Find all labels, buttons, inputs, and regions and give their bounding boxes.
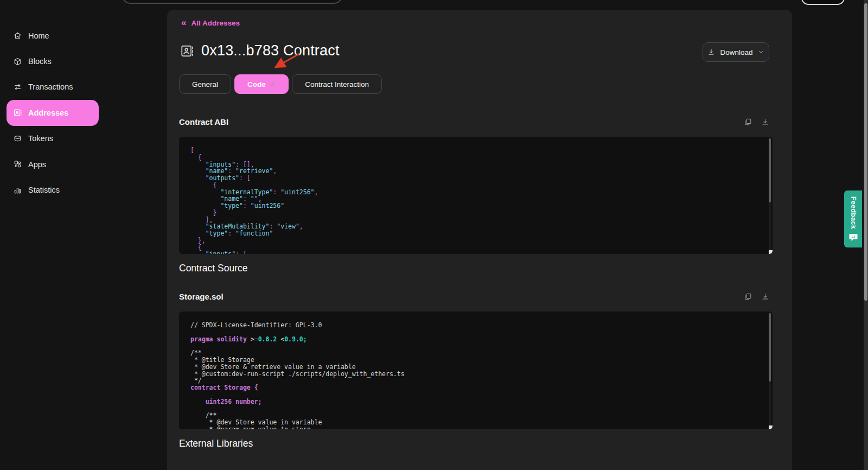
chevron-down-icon: [758, 49, 764, 55]
abi-code: [ { "inputs": [], "name": "retrieve", "o…: [179, 137, 773, 254]
sidebar-item-label: Statistics: [28, 186, 60, 194]
external-libraries-heading: External Libraries: [179, 438, 253, 449]
download-button[interactable]: Download: [703, 42, 769, 62]
sidebar-item-apps[interactable]: Apps: [0, 151, 167, 177]
abi-resize-grip[interactable]: [769, 250, 773, 254]
page: Home Blocks Transactions Addresses Token…: [0, 0, 868, 470]
transactions-icon: [13, 82, 22, 92]
download-button-label: Download: [720, 48, 752, 56]
sidebar-item-label: Apps: [28, 160, 46, 169]
page-title: 0x13...b783 Contract: [201, 42, 340, 59]
copy-icon[interactable]: [744, 293, 752, 301]
source-file-name: Storage.sol: [179, 292, 224, 301]
download-icon[interactable]: [761, 293, 769, 301]
apps-icon: [13, 160, 22, 169]
sidebar-item-label: Home: [28, 31, 49, 40]
addresses-icon: [13, 108, 22, 117]
source-actions: [744, 293, 769, 301]
abi-actions: [744, 118, 769, 126]
sidebar-item-transactions[interactable]: Transactions: [0, 74, 167, 100]
double-chevron-left-icon: «: [181, 17, 186, 28]
source-resize-grip[interactable]: [769, 425, 773, 429]
feedback-label: Feedback: [850, 196, 857, 229]
tab-general[interactable]: General: [179, 74, 231, 94]
tab-contract-interaction[interactable]: Contract Interaction: [292, 74, 382, 94]
sidebar-item-label: Blocks: [28, 57, 52, 66]
title-row: 0x13...b783 Contract: [180, 42, 340, 59]
checkmark-icon: ✓: [270, 80, 276, 88]
sidebar-item-label: Tokens: [28, 134, 53, 143]
breadcrumb-label: All Addresses: [191, 19, 240, 27]
tab-label: Contract Interaction: [305, 80, 369, 88]
statistics-icon: [13, 186, 22, 195]
copy-icon[interactable]: [744, 118, 752, 126]
sidebar-item-label: Addresses: [28, 109, 68, 117]
sidebar-item-blocks[interactable]: Blocks: [0, 48, 167, 74]
topbar-pill-button[interactable]: [801, 0, 845, 5]
breadcrumb[interactable]: « All Addresses: [181, 17, 240, 28]
contract-abi-code-block[interactable]: [ { "inputs": [], "name": "retrieve", "o…: [179, 137, 773, 254]
blocks-icon: [13, 57, 22, 66]
sidebar-item-statistics[interactable]: Statistics: [0, 177, 167, 202]
tab-label: Code: [247, 80, 266, 88]
main-panel: « All Addresses 0x13...b783 Contract Dow…: [167, 10, 792, 470]
download-icon[interactable]: [761, 118, 769, 126]
source-scrollbar-thumb[interactable]: [769, 313, 771, 382]
chat-bubble-icon: [849, 233, 858, 242]
tab-code[interactable]: Code ✓: [234, 74, 289, 94]
tab-label: General: [192, 80, 218, 88]
sidebar: Home Blocks Transactions Addresses Token…: [0, 23, 167, 203]
home-icon: [13, 31, 22, 40]
search-input[interactable]: [122, 0, 342, 4]
sidebar-item-addresses[interactable]: Addresses: [7, 100, 99, 125]
tab-bar: General Code ✓ Contract Interaction: [179, 74, 382, 94]
sidebar-item-home[interactable]: Home: [0, 23, 167, 48]
download-icon: [707, 48, 715, 56]
source-code: // SPDX-License-Identifier: GPL-3.0 prag…: [179, 312, 773, 429]
source-code-block[interactable]: // SPDX-License-Identifier: GPL-3.0 prag…: [179, 312, 773, 429]
sidebar-item-tokens[interactable]: Tokens: [0, 126, 167, 151]
contract-source-heading: Contract Source: [179, 263, 247, 274]
sidebar-item-label: Transactions: [28, 82, 73, 91]
feedback-button[interactable]: Feedback: [844, 190, 862, 247]
contract-card-icon: [180, 44, 194, 58]
abi-scrollbar-thumb[interactable]: [769, 138, 771, 202]
tokens-icon: [13, 134, 22, 143]
contract-abi-label: Contract ABI: [179, 117, 228, 126]
page-scrollbar-thumb[interactable]: [864, 3, 867, 301]
